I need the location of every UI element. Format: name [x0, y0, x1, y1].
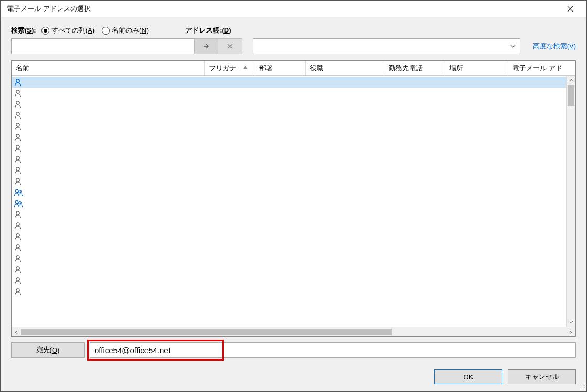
table-row[interactable] — [12, 286, 566, 297]
table-row[interactable] — [12, 132, 566, 143]
clear-button[interactable] — [218, 38, 242, 54]
cancel-button[interactable]: キャンセル — [508, 369, 576, 384]
table-row[interactable] — [12, 165, 566, 176]
svg-point-2 — [16, 101, 19, 104]
svg-point-12 — [15, 200, 18, 204]
table-row[interactable] — [12, 77, 566, 88]
scroll-thumb-h[interactable] — [21, 329, 392, 335]
svg-point-18 — [16, 255, 19, 258]
search-label: 検索(S): — [11, 26, 36, 35]
table-row[interactable] — [12, 242, 566, 253]
to-input-wrap — [90, 342, 576, 358]
horizontal-scrollbar[interactable] — [12, 327, 575, 336]
table-row[interactable] — [12, 99, 566, 110]
dialog-content: 検索(S): すべての列(A) 名前のみ(N) アドレス帳:(D) — [1, 17, 586, 362]
radio-all-label: すべての列(A) — [51, 26, 95, 35]
address-book-label: アドレス帳:(D) — [185, 26, 231, 35]
table-row[interactable] — [12, 143, 566, 154]
col-dept[interactable]: 部署 — [255, 61, 306, 75]
search-radio-group: すべての列(A) 名前のみ(N) — [41, 26, 149, 35]
table-row[interactable] — [12, 220, 566, 231]
arrow-right-icon — [203, 43, 210, 50]
table-row[interactable] — [12, 88, 566, 99]
svg-point-3 — [16, 112, 19, 115]
input-row: 高度な検索(V) — [11, 38, 576, 54]
col-title[interactable]: 役職 — [306, 61, 384, 75]
table-header: 名前 フリガナ 部署 役職 勤務先電話 場所 電子メール アド — [12, 61, 575, 76]
scroll-track-h[interactable] — [21, 327, 566, 336]
table-row[interactable] — [12, 154, 566, 165]
recipient-row: 宛先(O) — [11, 342, 576, 358]
svg-point-7 — [16, 156, 19, 159]
dialog-footer: OK キャンセル — [1, 362, 586, 391]
vertical-scrollbar[interactable] — [566, 76, 575, 327]
scroll-thumb[interactable] — [568, 85, 574, 106]
chevron-down-icon — [510, 45, 516, 48]
chevron-right-icon — [569, 330, 572, 334]
ok-button[interactable]: OK — [434, 369, 502, 384]
col-furigana[interactable]: フリガナ — [205, 61, 255, 75]
radio-name-only[interactable]: 名前のみ(N) — [102, 26, 149, 35]
to-input[interactable] — [90, 342, 576, 358]
chevron-left-icon — [15, 330, 18, 334]
rows-container — [12, 76, 566, 327]
svg-point-14 — [16, 211, 19, 214]
col-name[interactable]: 名前 — [12, 61, 205, 75]
svg-point-19 — [16, 266, 19, 269]
svg-point-9 — [16, 178, 19, 181]
svg-point-4 — [16, 123, 19, 126]
scroll-track[interactable] — [567, 85, 575, 317]
table-row[interactable] — [12, 253, 566, 264]
chevron-down-icon — [569, 321, 573, 324]
svg-point-10 — [15, 189, 18, 193]
dialog-window: 電子メール アドレスの選択 検索(S): すべての列(A) 名前のみ(N) アド… — [0, 0, 587, 392]
address-book-combo[interactable] — [253, 38, 520, 54]
svg-point-16 — [16, 233, 19, 236]
table-row[interactable] — [12, 209, 566, 220]
col-phone[interactable]: 勤務先電話 — [384, 61, 445, 75]
close-icon — [567, 6, 573, 12]
svg-point-15 — [16, 222, 19, 225]
svg-point-17 — [16, 244, 19, 247]
titlebar: 電子メール アドレスの選択 — [1, 1, 586, 17]
to-button[interactable]: 宛先(O) — [11, 342, 85, 358]
table-row[interactable] — [12, 121, 566, 132]
scroll-down-arrow[interactable] — [567, 317, 575, 327]
contacts-table: 名前 フリガナ 部署 役職 勤務先電話 場所 電子メール アド — [11, 60, 576, 337]
radio-all-columns[interactable]: すべての列(A) — [41, 26, 95, 35]
svg-point-21 — [16, 288, 19, 291]
table-row[interactable] — [12, 176, 566, 187]
x-icon — [226, 43, 234, 50]
table-row[interactable] — [12, 275, 566, 286]
svg-point-0 — [16, 79, 19, 82]
radio-name-label: 名前のみ(N) — [112, 26, 149, 35]
radio-icon — [41, 27, 49, 35]
svg-point-5 — [16, 134, 19, 137]
scroll-up-arrow[interactable] — [567, 76, 575, 85]
close-button[interactable] — [558, 1, 582, 17]
table-row[interactable] — [12, 187, 566, 198]
col-location[interactable]: 場所 — [445, 61, 508, 75]
svg-point-20 — [16, 277, 19, 280]
svg-point-8 — [16, 167, 19, 170]
scroll-right-arrow[interactable] — [566, 327, 575, 336]
col-email[interactable]: 電子メール アド — [508, 61, 575, 75]
chevron-up-icon — [569, 79, 573, 82]
table-body — [12, 76, 575, 327]
table-row[interactable] — [12, 198, 566, 209]
search-input[interactable] — [11, 38, 195, 54]
table-row[interactable] — [12, 264, 566, 275]
svg-point-11 — [19, 190, 22, 193]
svg-point-13 — [19, 201, 22, 204]
table-row[interactable] — [12, 110, 566, 121]
advanced-search-link[interactable]: 高度な検索(V) — [533, 41, 576, 51]
search-row: 検索(S): すべての列(A) 名前のみ(N) アドレス帳:(D) — [11, 26, 576, 35]
resize-grip-icon[interactable] — [579, 384, 585, 390]
svg-point-6 — [16, 145, 19, 148]
svg-point-1 — [16, 90, 19, 93]
window-title: 電子メール アドレスの選択 — [5, 4, 558, 14]
scroll-left-arrow[interactable] — [12, 327, 21, 336]
radio-icon — [102, 27, 110, 35]
table-row[interactable] — [12, 231, 566, 242]
go-button[interactable] — [194, 38, 218, 54]
